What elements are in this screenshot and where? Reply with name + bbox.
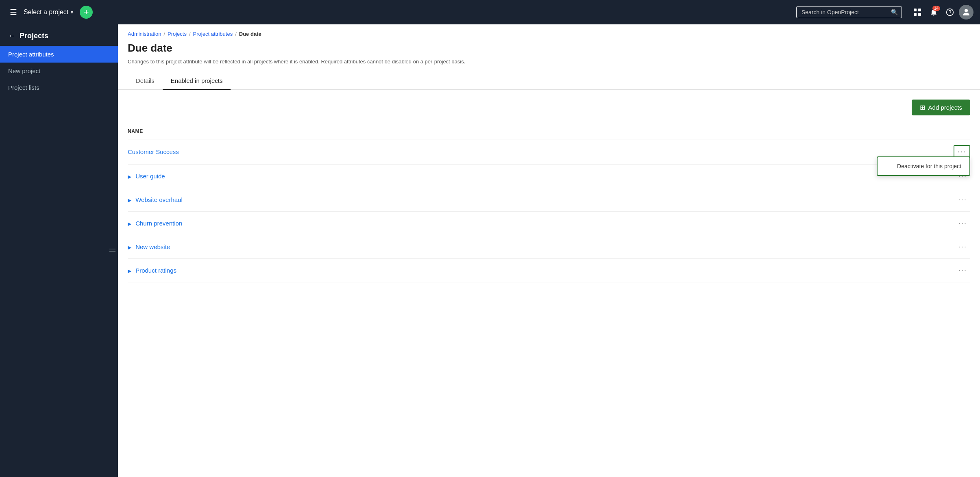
chevron-right-icon: ▶ <box>128 245 131 250</box>
help-icon[interactable] <box>943 5 957 20</box>
search-icon: 🔍 <box>891 9 898 15</box>
main-content: Administration / Projects / Project attr… <box>118 24 980 477</box>
sidebar-item-project-lists[interactable]: Project lists <box>0 79 118 96</box>
tab-details[interactable]: Details <box>128 72 163 90</box>
tab-enabled-in-projects[interactable]: Enabled in projects <box>163 72 231 90</box>
hamburger-icon[interactable]: ☰ <box>7 4 20 20</box>
back-arrow-icon: ← <box>8 32 15 40</box>
page-description: Changes to this project attribute will b… <box>128 58 970 66</box>
breadcrumb-current: Due date <box>239 31 261 37</box>
page-title: Due date <box>128 42 970 54</box>
svg-rect-1 <box>918 9 921 11</box>
table-row: ▶ New website ··· <box>128 235 970 258</box>
sidebar-item-project-attributes[interactable]: Project attributes <box>0 46 118 63</box>
table-row: ▶ Website overhaul ··· <box>128 188 970 211</box>
project-link-user-guide[interactable]: User guide <box>135 173 165 180</box>
sidebar-back[interactable]: ← Projects <box>0 24 118 46</box>
row-actions-customer-success: ··· Deactivate for this project <box>946 139 970 164</box>
table-row: Customer Success ··· Deactivate for this… <box>128 139 970 164</box>
more-menu-button-product-ratings[interactable]: ··· <box>955 265 970 276</box>
project-name-cell: ▶ Churn prevention <box>128 211 946 235</box>
add-projects-button[interactable]: ⊞ Add projects <box>912 100 970 115</box>
svg-rect-2 <box>914 13 917 16</box>
project-name-cell: ▶ Website overhaul <box>128 188 946 211</box>
more-menu-button-new-website[interactable]: ··· <box>955 241 970 253</box>
column-name-header: NAME <box>128 125 946 139</box>
search-wrapper: 🔍 <box>796 6 902 18</box>
page-header: Due date Changes to this project attribu… <box>118 37 980 66</box>
svg-point-6 <box>965 9 968 12</box>
content-area: ⊞ Add projects NAME Customer Success <box>118 90 980 282</box>
projects-table: NAME Customer Success ··· Deactivate f <box>128 125 970 282</box>
dropdown-popup: Deactivate for this project <box>877 156 970 176</box>
notifications-icon[interactable]: 14 <box>926 5 941 20</box>
project-link-churn-prevention[interactable]: Churn prevention <box>135 220 182 227</box>
project-link-customer-success[interactable]: Customer Success <box>128 148 179 155</box>
more-menu-button-churn-prevention[interactable]: ··· <box>955 217 970 229</box>
table-row: ▶ Churn prevention ··· <box>128 211 970 235</box>
sidebar-collapse-handle[interactable]: || <box>107 245 118 256</box>
add-projects-icon: ⊞ <box>920 104 925 111</box>
table-row: ▶ Product ratings ··· <box>128 258 970 282</box>
project-select[interactable]: Select a project ▾ <box>24 9 73 16</box>
sidebar: ← Projects Project attributes New projec… <box>0 24 118 477</box>
chevron-right-icon: ▶ <box>128 174 131 180</box>
chevron-right-icon: ▶ <box>128 268 131 274</box>
breadcrumb-project-attributes[interactable]: Project attributes <box>193 31 233 37</box>
top-navigation: ☰ Select a project ▾ + 🔍 14 <box>0 0 980 24</box>
svg-rect-3 <box>918 13 921 16</box>
grid-icon[interactable] <box>910 5 925 20</box>
breadcrumb-sep-1: / <box>163 31 165 37</box>
tabs: Details Enabled in projects <box>118 72 980 90</box>
project-name-cell: ▶ Product ratings <box>128 258 946 282</box>
row-actions-website-overhaul: ··· <box>946 188 970 211</box>
project-link-website-overhaul[interactable]: Website overhaul <box>135 196 183 203</box>
project-select-label: Select a project <box>24 9 68 16</box>
svg-rect-0 <box>914 9 917 11</box>
breadcrumb-sep-3: / <box>235 31 237 37</box>
toolbar: ⊞ Add projects <box>128 100 970 115</box>
chevron-down-icon: ▾ <box>71 9 73 15</box>
breadcrumb: Administration / Projects / Project attr… <box>118 24 980 37</box>
row-actions-product-ratings: ··· <box>946 258 970 282</box>
add-project-button[interactable]: + <box>80 6 93 19</box>
chevron-right-icon: ▶ <box>128 197 131 203</box>
project-name-cell: ▶ User guide <box>128 164 946 188</box>
app-layout: ← Projects Project attributes New projec… <box>0 24 980 477</box>
breadcrumb-administration[interactable]: Administration <box>128 31 161 37</box>
column-actions-header <box>946 125 970 139</box>
notifications-badge: 14 <box>932 6 940 11</box>
row-actions-churn-prevention: ··· <box>946 211 970 235</box>
deactivate-for-project-item[interactable]: Deactivate for this project <box>878 157 969 175</box>
project-link-new-website[interactable]: New website <box>135 243 170 250</box>
chevron-right-icon: ▶ <box>128 221 131 227</box>
project-link-product-ratings[interactable]: Product ratings <box>135 267 176 274</box>
sidebar-section-title: Projects <box>20 32 48 40</box>
sidebar-item-new-project[interactable]: New project <box>0 63 118 79</box>
project-name-cell: Customer Success <box>128 139 946 164</box>
project-name-cell: ▶ New website <box>128 235 946 258</box>
search-input[interactable] <box>796 6 902 18</box>
breadcrumb-sep-2: / <box>189 31 191 37</box>
more-menu-button-website-overhaul[interactable]: ··· <box>955 194 970 206</box>
breadcrumb-projects[interactable]: Projects <box>168 31 187 37</box>
add-projects-label: Add projects <box>928 104 962 111</box>
avatar[interactable] <box>959 5 973 20</box>
table-row: ▶ User guide ··· <box>128 164 970 188</box>
row-actions-new-website: ··· <box>946 235 970 258</box>
